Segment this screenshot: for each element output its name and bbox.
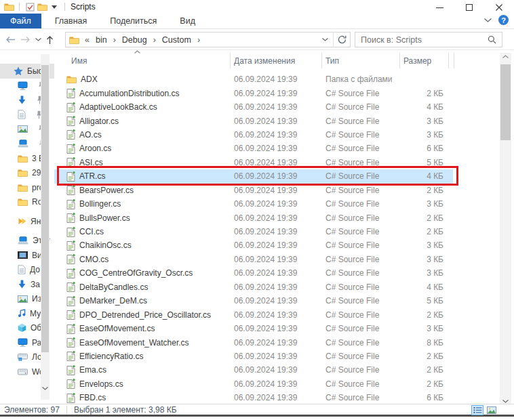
file-type: C# Source File bbox=[322, 324, 400, 333]
address-dropdown-icon[interactable] bbox=[317, 38, 333, 41]
file-type: C# Source File bbox=[322, 296, 400, 306]
column-header-date[interactable]: Дата изменения bbox=[231, 53, 322, 68]
file-size: 3 КБ bbox=[400, 255, 449, 264]
file-date: 06.09.2024 19:39 bbox=[231, 144, 322, 153]
list-scrollbar-thumb[interactable] bbox=[500, 64, 511, 140]
breadcrumb-item[interactable]: Debug bbox=[121, 35, 148, 45]
maximize-button[interactable] bbox=[454, 0, 484, 15]
sidebar-scrollbar-thumb[interactable] bbox=[41, 65, 49, 352]
file-type: C# Source File bbox=[322, 158, 400, 167]
csharp-file-icon bbox=[66, 116, 75, 126]
file-type: C# Source File bbox=[322, 117, 400, 126]
table-row[interactable]: Envelops.cs 06.09.2024 19:39 C# Source F… bbox=[54, 377, 500, 391]
table-row[interactable]: ASI.cs 06.09.2024 19:39 C# Source File 5… bbox=[54, 156, 500, 169]
file-size: 2 КБ bbox=[400, 310, 449, 320]
table-row[interactable]: Ema.cs 06.09.2024 19:39 C# Source File 2… bbox=[54, 363, 500, 377]
file-size: 6 КБ bbox=[400, 393, 449, 402]
sidebar-scrollbar[interactable] bbox=[41, 54, 50, 400]
table-row[interactable]: BullsPower.cs 06.09.2024 19:39 C# Source… bbox=[54, 211, 500, 224]
table-row[interactable]: Aroon.cs 06.09.2024 19:39 C# Source File… bbox=[54, 142, 500, 155]
refresh-icon[interactable] bbox=[333, 32, 350, 47]
sidebar-item-label: Об bbox=[31, 323, 41, 333]
details-view-button[interactable] bbox=[471, 405, 483, 415]
file-size: 3 КБ bbox=[400, 117, 449, 126]
csharp-file-icon bbox=[66, 310, 75, 320]
breadcrumb-folder-icon bbox=[69, 36, 79, 44]
tab-главная[interactable]: Главная bbox=[45, 14, 97, 28]
file-size: 2 КБ bbox=[400, 89, 449, 98]
download-icon bbox=[18, 96, 26, 104]
table-row[interactable]: BearsPower.cs 06.09.2024 19:39 C# Source… bbox=[54, 184, 500, 197]
address-bar[interactable]: «bin›Debug›Custom› bbox=[65, 32, 351, 47]
csharp-file-icon bbox=[66, 88, 75, 98]
table-row[interactable]: AccumulationDistribution.cs 06.09.2024 1… bbox=[54, 86, 500, 100]
table-row[interactable]: EfficiencyRatio.cs 06.09.2024 19:39 C# S… bbox=[54, 350, 500, 363]
selection-summary-label: Выбран 1 элемент: 3,98 КБ bbox=[67, 405, 177, 415]
table-row[interactable]: ADX 06.09.2024 19:39 Папка с файлами bbox=[54, 72, 500, 86]
table-row[interactable]: EaseOfMovement.cs 06.09.2024 19:39 C# So… bbox=[54, 322, 500, 335]
collapse-ribbon-icon[interactable] bbox=[484, 18, 492, 22]
file-size: 3 КБ bbox=[400, 268, 449, 278]
table-row[interactable]: Alligator.cs 06.09.2024 19:39 C# Source … bbox=[54, 114, 500, 127]
file-type: C# Source File bbox=[322, 186, 400, 195]
breadcrumb-item[interactable]: bin bbox=[95, 35, 108, 45]
column-header-name[interactable]: Имя bbox=[54, 53, 231, 68]
file-name: ChaikinOsc.cs bbox=[79, 240, 132, 250]
table-row[interactable]: ATR.cs 06.09.2024 19:39 C# Source File 4… bbox=[54, 169, 500, 183]
table-row[interactable]: AO.cs 06.09.2024 19:39 C# Source File 3 … bbox=[54, 128, 500, 142]
csharp-file-icon bbox=[66, 213, 75, 223]
file-date: 06.09.2024 19:39 bbox=[231, 310, 322, 320]
search-box bbox=[355, 32, 502, 47]
table-row[interactable]: ChaikinOsc.cs 06.09.2024 19:39 C# Source… bbox=[54, 238, 500, 252]
file-date: 06.09.2024 19:39 bbox=[231, 89, 322, 98]
scroll-down-icon[interactable] bbox=[500, 400, 511, 403]
qat-customize-dropdown-icon[interactable] bbox=[48, 1, 60, 13]
sidebar-item-label: Му bbox=[30, 309, 41, 318]
table-row[interactable]: EaseOfMovement_Watcher.cs 06.09.2024 19:… bbox=[54, 335, 500, 349]
table-row[interactable]: DeltaByCandles.cs 06.09.2024 19:39 C# So… bbox=[54, 280, 500, 294]
file-name: BullsPower.cs bbox=[79, 213, 130, 223]
forward-icon[interactable] bbox=[20, 36, 31, 43]
scroll-up-icon[interactable] bbox=[500, 55, 511, 58]
table-row[interactable]: AdaptiveLookBack.cs 06.09.2024 19:39 C# … bbox=[54, 100, 500, 114]
table-row[interactable]: Bollinger.cs 06.09.2024 19:39 C# Source … bbox=[54, 197, 500, 211]
sidebar-scroll-down-icon[interactable] bbox=[41, 387, 50, 390]
file-date: 06.09.2024 19:39 bbox=[231, 282, 322, 292]
close-button[interactable] bbox=[484, 0, 514, 15]
file-date: 06.09.2024 19:39 bbox=[231, 240, 322, 250]
table-row[interactable]: DeMarker_DeM.cs 06.09.2024 19:39 C# Sour… bbox=[54, 294, 500, 308]
csharp-file-icon bbox=[66, 351, 75, 361]
search-input[interactable] bbox=[355, 35, 482, 45]
table-row[interactable]: CMO.cs 06.09.2024 19:39 C# Source File 3… bbox=[54, 253, 500, 266]
file-type: C# Source File bbox=[322, 213, 400, 223]
thumbnails-view-button[interactable] bbox=[486, 405, 498, 415]
file-size: 2 КБ bbox=[400, 365, 449, 375]
table-row[interactable]: FBD.cs 06.09.2024 19:39 C# Source File 6… bbox=[54, 391, 500, 404]
breadcrumb-separator[interactable]: › bbox=[152, 35, 157, 45]
file-name: CCI.cs bbox=[79, 227, 104, 236]
breadcrumb-separator[interactable]: › bbox=[196, 35, 201, 45]
file-type: C# Source File bbox=[322, 240, 400, 250]
table-row[interactable]: DPO_Detrended_Price_Oscillator.cs 06.09.… bbox=[54, 308, 500, 321]
file-date: 06.09.2024 19:39 bbox=[231, 171, 322, 181]
qat-properties-icon[interactable] bbox=[24, 1, 36, 13]
column-header-size[interactable]: Размер bbox=[400, 53, 449, 68]
recent-dropdown-icon[interactable] bbox=[35, 38, 41, 41]
back-icon[interactable] bbox=[5, 36, 16, 43]
qat-newfolder-icon[interactable] bbox=[36, 1, 48, 13]
column-header-type[interactable]: Тип bbox=[322, 53, 400, 68]
search-icon[interactable] bbox=[482, 35, 502, 44]
breadcrumb-collapsed-prefix[interactable]: « bbox=[83, 35, 91, 45]
tab-вид[interactable]: Вид bbox=[170, 14, 205, 28]
breadcrumb-item[interactable]: Custom bbox=[161, 35, 192, 45]
table-row[interactable]: COG_CentreOfGravity_Oscr.cs 06.09.2024 1… bbox=[54, 266, 500, 280]
minimize-button[interactable] bbox=[424, 0, 454, 15]
help-icon[interactable]: ? bbox=[498, 15, 509, 25]
list-scrollbar[interactable] bbox=[500, 53, 511, 405]
tab-поделиться[interactable]: Поделиться bbox=[100, 14, 166, 28]
up-icon[interactable] bbox=[46, 35, 54, 45]
table-row[interactable]: CCI.cs 06.09.2024 19:39 C# Source File 2… bbox=[54, 225, 500, 238]
file-menu-button[interactable]: Файл bbox=[0, 14, 41, 28]
music-icon bbox=[18, 309, 26, 318]
breadcrumb-separator[interactable]: › bbox=[112, 35, 117, 45]
